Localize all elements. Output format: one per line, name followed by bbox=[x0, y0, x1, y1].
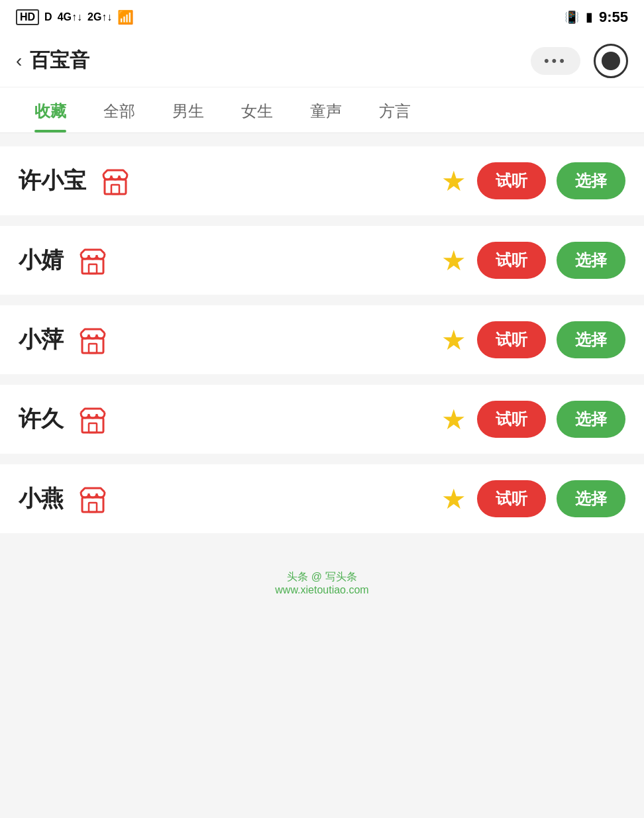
voice-item-right: ★ 试听 选择 bbox=[441, 321, 625, 358]
voice-item-right: ★ 试听 选择 bbox=[441, 242, 625, 279]
svg-rect-9 bbox=[89, 503, 97, 512]
tab-dialect[interactable]: 方言 bbox=[360, 87, 429, 132]
voice-item-right: ★ 试听 选择 bbox=[441, 401, 625, 438]
back-button[interactable]: ‹ bbox=[16, 50, 22, 72]
voice-item-right: ★ 试听 选择 bbox=[441, 480, 625, 517]
tab-female[interactable]: 女生 bbox=[223, 87, 292, 132]
voice-name-1: 许小宝 bbox=[19, 166, 86, 196]
tab-all[interactable]: 全部 bbox=[85, 87, 154, 132]
time-display: 9:55 bbox=[599, 9, 628, 26]
voice-list: 许小宝 ★ 试听 选择 小婧 ★ 试听 bbox=[0, 133, 644, 557]
svg-rect-2 bbox=[82, 259, 103, 274]
tab-male[interactable]: 男生 bbox=[154, 87, 223, 132]
listen-button-5[interactable]: 试听 bbox=[477, 480, 546, 517]
tab-favorites[interactable]: 收藏 bbox=[16, 87, 85, 132]
select-button-4[interactable]: 选择 bbox=[557, 401, 625, 438]
shop-icon-2[interactable] bbox=[77, 244, 109, 276]
voice-item-left: 小萍 bbox=[19, 324, 109, 356]
footer-subtext: www.xietoutiao.com bbox=[275, 584, 368, 595]
select-button-2[interactable]: 选择 bbox=[557, 242, 625, 279]
listen-button-2[interactable]: 试听 bbox=[477, 242, 546, 279]
voice-item-left: 小燕 bbox=[19, 483, 109, 515]
vibrate-icon: 📳 bbox=[564, 10, 579, 25]
svg-rect-0 bbox=[105, 179, 126, 194]
svg-rect-8 bbox=[82, 497, 103, 512]
header-right: ••• bbox=[531, 44, 628, 78]
svg-rect-6 bbox=[82, 418, 103, 433]
battery-icon: ▮ bbox=[586, 10, 592, 25]
record-button[interactable] bbox=[594, 44, 628, 78]
voice-name-5: 小燕 bbox=[19, 484, 64, 514]
listen-button-4[interactable]: 试听 bbox=[477, 401, 546, 438]
svg-rect-1 bbox=[111, 185, 119, 194]
shop-icon-3[interactable] bbox=[77, 324, 109, 356]
signal-2g-icon: 2G↑↓ bbox=[87, 11, 112, 23]
listen-button-3[interactable]: 试听 bbox=[477, 321, 546, 358]
carrier-d-icon: D bbox=[44, 11, 52, 23]
star-icon-1[interactable]: ★ bbox=[441, 165, 466, 197]
more-options-button[interactable]: ••• bbox=[531, 47, 580, 75]
header-left: ‹ 百宝音 bbox=[16, 47, 89, 74]
status-right: 📳 ▮ 9:55 bbox=[564, 9, 628, 26]
voice-item-3: 小萍 ★ 试听 选择 bbox=[0, 305, 644, 374]
voice-item-left: 许久 bbox=[19, 403, 109, 435]
voice-item-1: 许小宝 ★ 试听 选择 bbox=[0, 146, 644, 215]
hd-icon: HD bbox=[16, 9, 39, 25]
star-icon-5[interactable]: ★ bbox=[441, 483, 466, 515]
voice-name-2: 小婧 bbox=[19, 245, 64, 276]
signal-4g-icon: 4G↑↓ bbox=[58, 11, 82, 23]
star-icon-2[interactable]: ★ bbox=[441, 244, 466, 277]
voice-item-4: 许久 ★ 试听 选择 bbox=[0, 385, 644, 454]
shop-icon-4[interactable] bbox=[77, 403, 109, 435]
tab-child[interactable]: 童声 bbox=[292, 87, 360, 132]
svg-rect-5 bbox=[89, 344, 97, 353]
status-bar: HD D 4G↑↓ 2G↑↓ 📶 📳 ▮ 9:55 bbox=[0, 0, 644, 34]
status-left: HD D 4G↑↓ 2G↑↓ 📶 bbox=[16, 9, 134, 25]
select-button-5[interactable]: 选择 bbox=[557, 480, 625, 517]
page-title: 百宝音 bbox=[30, 47, 89, 74]
footer-text2: 写头条 bbox=[325, 571, 357, 582]
voice-name-4: 许久 bbox=[19, 404, 64, 435]
footer-text1: 头条 @ bbox=[287, 571, 325, 582]
svg-rect-3 bbox=[89, 264, 97, 274]
select-button-3[interactable]: 选择 bbox=[557, 321, 625, 358]
footer-watermark: 头条 @ 写头条 www.xietoutiao.com bbox=[0, 557, 644, 609]
shop-icon-5[interactable] bbox=[77, 483, 109, 515]
svg-rect-7 bbox=[89, 423, 97, 433]
voice-item-5: 小燕 ★ 试听 选择 bbox=[0, 464, 644, 533]
voice-item-2: 小婧 ★ 试听 选择 bbox=[0, 226, 644, 295]
voice-item-right: ★ 试听 选择 bbox=[441, 162, 625, 199]
wifi-icon: 📶 bbox=[117, 9, 134, 25]
app-header: ‹ 百宝音 ••• bbox=[0, 34, 644, 87]
voice-name-3: 小萍 bbox=[19, 325, 64, 355]
select-button-1[interactable]: 选择 bbox=[557, 162, 625, 199]
star-icon-3[interactable]: ★ bbox=[441, 324, 466, 356]
star-icon-4[interactable]: ★ bbox=[441, 403, 466, 436]
tab-bar: 收藏全部男生女生童声方言 bbox=[0, 87, 644, 133]
svg-rect-4 bbox=[82, 338, 103, 353]
voice-item-left: 许小宝 bbox=[19, 165, 131, 197]
voice-item-left: 小婧 bbox=[19, 244, 109, 276]
record-inner-icon bbox=[602, 52, 620, 70]
shop-icon-1[interactable] bbox=[99, 165, 131, 197]
listen-button-1[interactable]: 试听 bbox=[477, 162, 546, 199]
